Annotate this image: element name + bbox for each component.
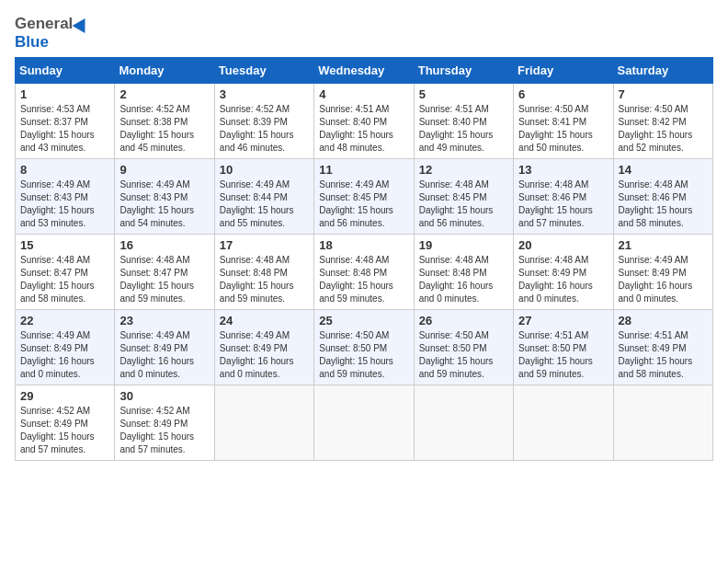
calendar-cell: [314, 385, 414, 461]
day-number: 23: [119, 314, 209, 327]
day-info: Sunrise: 4:48 AMSunset: 8:48 PMDaylight:…: [319, 255, 393, 304]
calendar-cell: 3 Sunrise: 4:52 AMSunset: 8:39 PMDayligh…: [214, 84, 313, 159]
calendar-cell: 24 Sunrise: 4:49 AMSunset: 8:49 PMDaylig…: [214, 310, 313, 385]
calendar-cell: 4 Sunrise: 4:51 AMSunset: 8:40 PMDayligh…: [314, 84, 414, 159]
day-info: Sunrise: 4:48 AMSunset: 8:47 PMDaylight:…: [20, 255, 95, 304]
calendar-cell: 18 Sunrise: 4:48 AMSunset: 8:48 PMDaylig…: [314, 235, 414, 310]
calendar-week-row: 29 Sunrise: 4:52 AMSunset: 8:49 PMDaylig…: [16, 385, 713, 461]
calendar-cell: 16 Sunrise: 4:48 AMSunset: 8:47 PMDaylig…: [115, 235, 214, 310]
logo-general-text: General: [15, 15, 73, 33]
calendar-cell: 25 Sunrise: 4:50 AMSunset: 8:50 PMDaylig…: [314, 310, 414, 385]
calendar-cell: 15 Sunrise: 4:48 AMSunset: 8:47 PMDaylig…: [16, 235, 115, 310]
day-number: 21: [619, 238, 708, 252]
day-info: Sunrise: 4:51 AMSunset: 8:49 PMDaylight:…: [619, 330, 693, 379]
day-number: 26: [419, 314, 508, 327]
day-number: 13: [518, 163, 608, 177]
calendar-cell: 26 Sunrise: 4:50 AMSunset: 8:50 PMDaylig…: [414, 310, 513, 385]
day-info: Sunrise: 4:48 AMSunset: 8:46 PMDaylight:…: [518, 179, 593, 228]
logo-triangle-icon: [73, 15, 92, 33]
weekday-header-sunday: Sunday: [16, 58, 115, 84]
day-number: 25: [319, 314, 408, 327]
day-number: 3: [220, 87, 309, 101]
weekday-header-thursday: Thursday: [414, 58, 513, 84]
day-number: 14: [619, 163, 708, 177]
calendar-week-row: 15 Sunrise: 4:48 AMSunset: 8:47 PMDaylig…: [16, 235, 713, 310]
day-info: Sunrise: 4:52 AMSunset: 8:38 PMDaylight:…: [119, 104, 194, 153]
day-info: Sunrise: 4:49 AMSunset: 8:49 PMDaylight:…: [220, 330, 294, 379]
day-info: Sunrise: 4:53 AMSunset: 8:37 PMDaylight:…: [20, 104, 95, 153]
day-info: Sunrise: 4:48 AMSunset: 8:46 PMDaylight:…: [619, 179, 693, 228]
day-info: Sunrise: 4:49 AMSunset: 8:44 PMDaylight:…: [220, 179, 294, 228]
day-number: 15: [20, 238, 109, 252]
calendar-cell: 1 Sunrise: 4:53 AMSunset: 8:37 PMDayligh…: [16, 84, 115, 159]
day-number: 22: [20, 314, 109, 327]
day-info: Sunrise: 4:49 AMSunset: 8:49 PMDaylight:…: [119, 330, 194, 379]
calendar-table: SundayMondayTuesdayWednesdayThursdayFrid…: [15, 57, 713, 461]
day-number: 29: [20, 389, 109, 403]
calendar-header-row: SundayMondayTuesdayWednesdayThursdayFrid…: [16, 58, 713, 84]
day-info: Sunrise: 4:49 AMSunset: 8:49 PMDaylight:…: [20, 330, 95, 379]
calendar-cell: 8 Sunrise: 4:49 AMSunset: 8:43 PMDayligh…: [16, 159, 115, 235]
calendar-cell: 30 Sunrise: 4:52 AMSunset: 8:49 PMDaylig…: [115, 385, 214, 461]
day-number: 24: [220, 314, 309, 327]
day-number: 30: [119, 389, 209, 403]
day-number: 5: [419, 87, 508, 101]
calendar-cell: [414, 385, 513, 461]
weekday-header-friday: Friday: [514, 58, 613, 84]
logo: General Blue: [15, 15, 89, 52]
day-number: 27: [518, 314, 608, 327]
day-number: 8: [20, 163, 109, 177]
logo-blue-text: Blue: [15, 33, 49, 51]
day-number: 7: [619, 87, 708, 101]
day-info: Sunrise: 4:48 AMSunset: 8:47 PMDaylight:…: [119, 255, 194, 304]
day-info: Sunrise: 4:49 AMSunset: 8:43 PMDaylight:…: [20, 179, 95, 228]
calendar-cell: [514, 385, 613, 461]
day-number: 19: [419, 238, 508, 252]
calendar-cell: 6 Sunrise: 4:50 AMSunset: 8:41 PMDayligh…: [514, 84, 613, 159]
weekday-header-saturday: Saturday: [613, 58, 712, 84]
day-number: 12: [419, 163, 508, 177]
day-info: Sunrise: 4:50 AMSunset: 8:50 PMDaylight:…: [319, 330, 393, 379]
calendar-cell: 12 Sunrise: 4:48 AMSunset: 8:45 PMDaylig…: [414, 159, 513, 235]
calendar-cell: 2 Sunrise: 4:52 AMSunset: 8:38 PMDayligh…: [115, 84, 214, 159]
day-info: Sunrise: 4:48 AMSunset: 8:48 PMDaylight:…: [419, 255, 494, 304]
day-info: Sunrise: 4:52 AMSunset: 8:39 PMDaylight:…: [220, 104, 294, 153]
calendar-cell: 21 Sunrise: 4:49 AMSunset: 8:49 PMDaylig…: [613, 235, 712, 310]
day-number: 4: [319, 87, 408, 101]
day-info: Sunrise: 4:48 AMSunset: 8:45 PMDaylight:…: [419, 179, 494, 228]
day-info: Sunrise: 4:50 AMSunset: 8:42 PMDaylight:…: [619, 104, 693, 153]
weekday-header-monday: Monday: [115, 58, 214, 84]
day-number: 6: [518, 87, 608, 101]
day-number: 2: [119, 87, 209, 101]
day-info: Sunrise: 4:51 AMSunset: 8:40 PMDaylight:…: [319, 104, 393, 153]
calendar-cell: 11 Sunrise: 4:49 AMSunset: 8:45 PMDaylig…: [314, 159, 414, 235]
day-info: Sunrise: 4:49 AMSunset: 8:43 PMDaylight:…: [119, 179, 194, 228]
calendar-cell: 27 Sunrise: 4:51 AMSunset: 8:50 PMDaylig…: [514, 310, 613, 385]
day-number: 16: [119, 238, 209, 252]
calendar-cell: 9 Sunrise: 4:49 AMSunset: 8:43 PMDayligh…: [115, 159, 214, 235]
day-number: 10: [220, 163, 309, 177]
day-info: Sunrise: 4:52 AMSunset: 8:49 PMDaylight:…: [20, 406, 95, 454]
calendar-cell: 10 Sunrise: 4:49 AMSunset: 8:44 PMDaylig…: [214, 159, 313, 235]
day-info: Sunrise: 4:51 AMSunset: 8:50 PMDaylight:…: [518, 330, 593, 379]
day-number: 17: [220, 238, 309, 252]
calendar-cell: 7 Sunrise: 4:50 AMSunset: 8:42 PMDayligh…: [613, 84, 712, 159]
day-info: Sunrise: 4:51 AMSunset: 8:40 PMDaylight:…: [419, 104, 494, 153]
calendar-cell: [214, 385, 313, 461]
calendar-cell: 29 Sunrise: 4:52 AMSunset: 8:49 PMDaylig…: [16, 385, 115, 461]
calendar-cell: 20 Sunrise: 4:48 AMSunset: 8:49 PMDaylig…: [514, 235, 613, 310]
calendar-week-row: 1 Sunrise: 4:53 AMSunset: 8:37 PMDayligh…: [16, 84, 713, 159]
day-info: Sunrise: 4:48 AMSunset: 8:49 PMDaylight:…: [518, 255, 593, 304]
calendar-cell: 22 Sunrise: 4:49 AMSunset: 8:49 PMDaylig…: [16, 310, 115, 385]
calendar-cell: 5 Sunrise: 4:51 AMSunset: 8:40 PMDayligh…: [414, 84, 513, 159]
day-number: 28: [619, 314, 708, 327]
weekday-header-wednesday: Wednesday: [314, 58, 414, 84]
day-info: Sunrise: 4:49 AMSunset: 8:49 PMDaylight:…: [619, 255, 693, 304]
calendar-cell: 23 Sunrise: 4:49 AMSunset: 8:49 PMDaylig…: [115, 310, 214, 385]
calendar-cell: 14 Sunrise: 4:48 AMSunset: 8:46 PMDaylig…: [613, 159, 712, 235]
calendar-cell: 19 Sunrise: 4:48 AMSunset: 8:48 PMDaylig…: [414, 235, 513, 310]
page-header: General Blue: [15, 15, 713, 52]
calendar-cell: 28 Sunrise: 4:51 AMSunset: 8:49 PMDaylig…: [613, 310, 712, 385]
day-info: Sunrise: 4:50 AMSunset: 8:41 PMDaylight:…: [518, 104, 593, 153]
day-number: 9: [119, 163, 209, 177]
